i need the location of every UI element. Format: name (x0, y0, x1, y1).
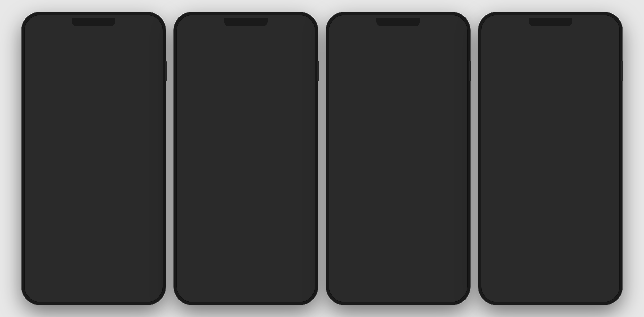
blue-sticker-cell[interactable]: 👍 (527, 102, 574, 148)
tab-eyewear[interactable]: Eyewear (331, 107, 398, 118)
memoji-preview-area[interactable]: Tap to Resume (326, 39, 470, 107)
svg-point-50 (500, 79, 501, 80)
sticker-cell[interactable]: ❤️ (118, 149, 164, 195)
header-title-1: Memoji Stickers (39, 30, 150, 35)
blue-sticker-cell[interactable]: ❤️ (527, 55, 574, 101)
monkey-cell[interactable]: 😤 (223, 196, 269, 242)
monkey-cell[interactable]: ❤️ (223, 149, 269, 195)
headwear-grid (326, 135, 470, 305)
sticker-cell[interactable]: 👍 (71, 102, 117, 148)
monkey-cell[interactable]: 😱 (270, 196, 316, 242)
phone-3-screen: 3:34 ▲ Cancel Done (326, 12, 470, 305)
headwear-cell[interactable] (328, 137, 373, 182)
header-avatar-2: 🙈 (179, 27, 188, 37)
monkey-cell[interactable]: 🙉 (223, 243, 269, 289)
svg-point-46 (532, 44, 538, 50)
monkey-cell[interactable]: 😢 (176, 290, 222, 305)
blue-sticker-cell[interactable] (574, 290, 620, 305)
monkey-cell[interactable]: 🙈 (176, 149, 222, 195)
sticker-cell[interactable]: 😴 (24, 102, 70, 148)
headwear-cell[interactable] (375, 137, 421, 182)
sticker-cell[interactable]: 😂 (24, 55, 70, 101)
phone-3: 3:34 ▲ Cancel Done (326, 12, 470, 305)
monkey-cell[interactable]: 😤 (223, 290, 269, 305)
monkey-cell[interactable]: 😍 (223, 55, 269, 101)
color-swatch-2[interactable] (344, 122, 353, 131)
monkey-cell[interactable]: 😴 (176, 102, 222, 148)
sticker-cell[interactable]: 🤓 (118, 196, 164, 242)
monkey-cell[interactable]: 😯 (270, 290, 316, 305)
sticker-cell[interactable]: ✋ (24, 243, 70, 289)
close-button-1[interactable]: ✕ (153, 29, 160, 36)
phone-4-screen: 3:34 ▲ 😊 Memoji Stickers ✕ (478, 12, 622, 305)
time-1: 3:32 (31, 17, 39, 22)
headwear-cell[interactable] (328, 193, 373, 238)
blue-sticker-cell[interactable] (480, 290, 526, 305)
home-indicator-3 (381, 301, 415, 302)
sticker-cell[interactable]: 🤓 (118, 290, 164, 305)
status-bar-2: 3:33 ▲ (174, 12, 318, 25)
done-button[interactable]: Done (453, 30, 464, 35)
monkey-cell[interactable]: 🙉 (176, 243, 222, 289)
sticker-cell[interactable]: 🤓 (71, 290, 117, 305)
color-swatch-5[interactable] (381, 122, 390, 131)
blue-sticker-cell[interactable] (574, 196, 620, 242)
time-4: 3:34 (488, 17, 496, 22)
wifi-icon-2: ▲ (296, 17, 300, 21)
phone-1: 3:32 ▲ 😊 Memoji Stickers ✕ (22, 12, 166, 305)
blue-sticker-cell[interactable]: 🤦 (574, 243, 620, 289)
monkey-cell[interactable]: 💥 (270, 55, 316, 101)
sticker-cell[interactable]: 🤦 (118, 243, 164, 289)
cancel-button[interactable]: Cancel (332, 30, 346, 35)
headwear-cell[interactable] (375, 193, 421, 238)
blue-sticker-cell[interactable] (574, 149, 620, 195)
sticker-cell[interactable]: 🤷 (71, 243, 117, 289)
sticker-cell[interactable]: 😍 (71, 55, 117, 101)
close-button-4[interactable]: ✕ (610, 29, 617, 36)
blue-sticker-cell[interactable]: &$!#% (480, 196, 526, 242)
svg-point-10 (389, 74, 390, 75)
color-swatch-4[interactable] (368, 122, 378, 131)
headwear-cell[interactable] (423, 249, 468, 294)
blue-sticker-cell[interactable]: 👍 (574, 102, 620, 148)
monkey-cell[interactable]: 😢 (270, 102, 316, 148)
close-button-2[interactable]: ✕ (306, 29, 313, 36)
blue-sticker-cell[interactable] (527, 196, 574, 242)
monkey-cell[interactable]: 😂 (176, 55, 222, 101)
sticker-cell[interactable]: 🤬 (24, 196, 70, 242)
headwear-cell[interactable] (375, 249, 421, 294)
sticker-cell[interactable]: 👎 (118, 102, 164, 148)
blue-sticker-cell[interactable] (574, 55, 620, 101)
sticker-cell[interactable]: 🤓 (71, 196, 117, 242)
monkey-cell[interactable]: 😛 (270, 149, 316, 195)
header-title-4: Memoji Stickers (496, 30, 607, 35)
blue-sticker-cell[interactable]: Z (480, 102, 526, 148)
headwear-cell[interactable] (423, 137, 468, 182)
blue-sticker-cell[interactable]: 😂 (480, 55, 526, 101)
tab-headwear[interactable]: Headwear (398, 107, 465, 118)
color-swatch-6[interactable] (393, 122, 402, 131)
sticker-preview-row-4: ☁️ (478, 39, 622, 53)
phone-2-screen: 3:33 ▲ 🙈 Memoji Stickers ✕ (174, 12, 318, 305)
sticker-cell[interactable]: 🤓 (24, 290, 70, 305)
svg-rect-34 (344, 214, 358, 215)
sticker-cell[interactable]: ⭐ (24, 149, 70, 195)
color-swatch-3[interactable] (356, 122, 365, 131)
blue-sticker-cell[interactable]: 🤷 (527, 243, 574, 289)
blue-sticker-cell[interactable]: ✋ (480, 243, 526, 289)
monkey-cell[interactable]: ✨ (223, 102, 269, 148)
animal-preview-row: 🐄 🦒 🦈 🦁 🐗 🐒 (174, 39, 318, 53)
svg-rect-36 (391, 214, 405, 215)
monkey-cell[interactable]: 🙊 (270, 243, 316, 289)
color-swatch-1[interactable] (331, 122, 341, 131)
sticker-cell[interactable]: 🤓 (71, 149, 117, 195)
time-3: 3:34 (335, 17, 344, 22)
headwear-cell[interactable] (423, 193, 468, 238)
blue-sticker-cell[interactable]: ⭐ (480, 149, 526, 195)
blue-sticker-cell[interactable] (527, 290, 574, 305)
sticker-cell[interactable]: 😤 (118, 55, 164, 101)
monkey-cell[interactable]: 😢 (176, 196, 222, 242)
battery-icon-4 (606, 18, 613, 21)
headwear-cell[interactable] (328, 249, 373, 294)
blue-sticker-cell[interactable]: ❤️ (527, 149, 574, 195)
